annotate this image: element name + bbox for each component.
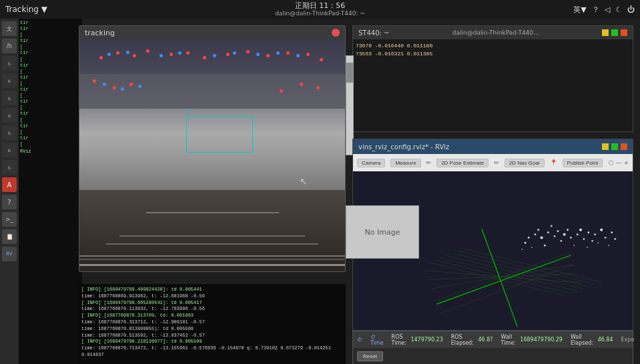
ros-terminal-title1: ST440: ~ xyxy=(358,29,389,37)
svg-point-26 xyxy=(557,230,559,232)
rviz-nav-btn[interactable]: 2D Nav Goal xyxy=(505,159,545,167)
rviz-publish-btn[interactable]: Publish Point xyxy=(563,159,603,167)
rviz-toolbar: Camera Measure ✏ 2D Pose Estimate ✏ 2D N… xyxy=(353,154,633,171)
tracking-window-title: tracking xyxy=(85,29,115,37)
sidebar-icon-files[interactable]: 📋 xyxy=(2,229,17,244)
rviz-title: vins_rviz_config.rviz* - RViz xyxy=(358,143,449,151)
feature-pt-r18 xyxy=(300,83,303,86)
tracking-content: 3 xyxy=(79,39,345,271)
ros-terminal-bar: ST440: ~ dalin@dalin-ThinkPad-T440... xyxy=(353,26,633,39)
feature-pt-r10 xyxy=(266,54,270,57)
reset-button[interactable]: Reset xyxy=(357,351,383,361)
feature-pt-r13 xyxy=(320,58,323,61)
user-host: dalin@dalin-ThinkPad-T440: ~ xyxy=(275,10,365,17)
svg-point-32 xyxy=(577,233,579,235)
rviz-measure-btn[interactable]: Measure xyxy=(390,159,420,167)
ros-line-1: 73670 -0.016440 0.011180 xyxy=(356,42,630,50)
sidebar-icon-1[interactable]: ti xyxy=(2,56,17,71)
svg-point-37 xyxy=(591,240,593,242)
battery-icon: ☾ xyxy=(615,5,622,14)
feature-pt-b6 xyxy=(233,51,236,55)
svg-point-27 xyxy=(560,240,562,242)
sidebar-icon-5[interactable]: ti xyxy=(2,125,17,140)
feature-pt-r3 xyxy=(133,54,136,57)
rviz-close[interactable] xyxy=(621,143,627,150)
scrollbar-thumb[interactable] xyxy=(346,63,353,83)
camera-feed: 3 xyxy=(79,39,345,271)
svg-point-25 xyxy=(551,225,553,227)
sidebar-icon-terminal[interactable]: >_ xyxy=(2,212,17,227)
feature-pt-r16 xyxy=(129,83,133,86)
rail-2 xyxy=(119,235,306,237)
feature-pt-b11 xyxy=(121,87,124,91)
rail-1 xyxy=(79,259,345,260)
svg-point-21 xyxy=(537,229,539,231)
status-bar-reset-row: Reset xyxy=(353,348,633,364)
sidebar-icon-3[interactable]: ti xyxy=(2,91,17,105)
svg-point-31 xyxy=(573,245,575,246)
feature-pt-b3 xyxy=(159,54,163,57)
rviz-title-bar: vins_rviz_config.rviz* - RViz xyxy=(353,139,633,154)
mouse-cursor: ↖ xyxy=(300,176,308,187)
bottom-status-bar: ⏱ ⏱ Time ROS Time: 1479790.23 ROS Elapse… xyxy=(352,331,633,364)
sidebar-icon-font[interactable]: A xyxy=(2,177,17,192)
lang-indicator[interactable]: 英▼ xyxy=(573,5,586,15)
sidebar-icon-help[interactable]: ? xyxy=(2,195,17,209)
rviz-pose-btn[interactable]: 2D Pose Estimate xyxy=(436,159,489,167)
terminal-maximize[interactable] xyxy=(611,29,618,36)
sidebar-icon-6[interactable]: ti xyxy=(2,143,17,157)
feature-pt-r19 xyxy=(316,86,320,89)
datetime: 正期日 11：56 xyxy=(275,1,365,10)
sidebar-icon-2[interactable]: ti xyxy=(2,73,17,88)
rviz-minimize[interactable] xyxy=(602,143,609,150)
expe-label: Expe xyxy=(621,337,635,343)
time-icon: ⏱ xyxy=(357,337,362,343)
tracking-window: tracking xyxy=(79,25,346,272)
svg-point-19 xyxy=(547,231,549,233)
feature-pt-b7 xyxy=(256,53,260,56)
ros-terminal-content: 73670 -0.016440 0.011180 73563 -0.016321… xyxy=(353,39,633,61)
rviz-maximize[interactable] xyxy=(611,143,618,150)
sidebar-icon-4[interactable]: ti xyxy=(2,108,17,123)
terminal-close[interactable] xyxy=(621,29,627,36)
help-icon: ？ xyxy=(592,5,599,15)
no-image-text: No Image xyxy=(365,228,400,237)
sidebar-icon-text[interactable]: 文 xyxy=(2,21,17,36)
ros-elapsed-label: ROS Elapsed: xyxy=(451,334,474,346)
svg-point-22 xyxy=(531,247,533,248)
terminal-minimize[interactable] xyxy=(602,29,609,36)
main-area: tir tir [ tir [ tir [ tir [ tir [ tir [ … xyxy=(19,19,640,364)
feature-pt-r2 xyxy=(116,51,119,55)
sidebar-icon-7[interactable]: ti xyxy=(2,160,17,175)
feature-pt-r8 xyxy=(226,53,230,56)
feature-pt-r9 xyxy=(246,50,250,53)
svg-point-38 xyxy=(594,233,596,235)
ros-time-val: 1479790.23 xyxy=(410,337,442,343)
log-line-1: [ INFO] [1689479789.409924428]: td 0.005… xyxy=(81,287,343,293)
svg-point-33 xyxy=(579,229,582,231)
wall-time-item: Wall Time: 1689479790.29 xyxy=(501,334,563,346)
wall-elapsed-label: Wall Elapsed: xyxy=(571,334,593,346)
log-line-2: time: 1687760869.913962, t: -12.681968 -… xyxy=(81,293,343,300)
ros-terminal-title2: dalin@dalin-ThinkPad-T440... xyxy=(452,29,539,36)
power-icon[interactable]: ⏻ xyxy=(627,5,635,14)
log-line-4: time: 1687760870.113832, t: -12.793996 -… xyxy=(81,306,343,313)
track-line-2 xyxy=(79,255,345,257)
log-line-8: time: 1687760870.513592, t: -13.037452 -… xyxy=(81,333,343,339)
sidebar-icon-home[interactable]: /h xyxy=(2,39,17,53)
svg-point-43 xyxy=(611,231,613,233)
svg-point-30 xyxy=(570,237,572,239)
sound-icon: ◁ xyxy=(605,5,610,14)
tracking-window-close[interactable] xyxy=(332,29,340,37)
train-bounding-box: 3 xyxy=(186,116,253,153)
time-label: ⏱ Time xyxy=(370,334,384,346)
log-line-10: time: 1687760870.713472, t: -13.155961 -… xyxy=(81,345,343,359)
rviz-camera-btn[interactable]: Camera xyxy=(357,159,385,167)
ros-elapsed-item: ROS Elapsed: 46.8? xyxy=(451,334,493,346)
rail-3 xyxy=(146,212,279,213)
app-title[interactable]: Tracking ▼ xyxy=(5,5,47,14)
sidebar-icon-rviz[interactable]: RV xyxy=(2,247,17,261)
ros-elapsed-val: 46.8? xyxy=(478,337,493,343)
svg-point-40 xyxy=(600,229,603,231)
svg-point-44 xyxy=(614,238,616,240)
